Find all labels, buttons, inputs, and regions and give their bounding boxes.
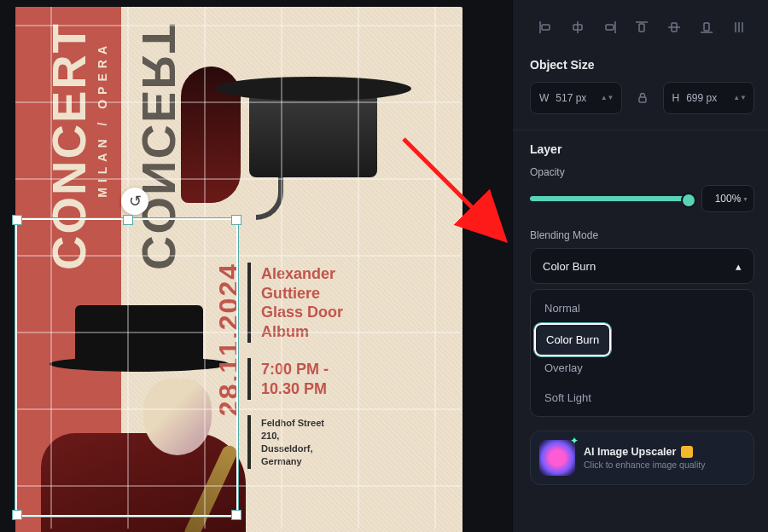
poster-addr-3: Dusseldorf, xyxy=(261,442,435,455)
align-center-v-icon[interactable] xyxy=(664,17,684,38)
svg-rect-15 xyxy=(542,25,550,30)
ai-upscaler-thumbnail xyxy=(539,440,575,476)
opacity-label: Opacity xyxy=(530,166,754,178)
width-stepper[interactable]: ▲▼ xyxy=(601,95,614,101)
opacity-slider-thumb[interactable] xyxy=(681,193,696,208)
lock-aspect-button[interactable] xyxy=(631,86,655,110)
height-input[interactable]: H 699 px ▲▼ xyxy=(663,82,755,114)
poster-addr-2: 210, xyxy=(261,430,435,442)
opacity-stepper[interactable]: ▲▼ xyxy=(736,196,748,202)
properties-panel: Object Size W 517 px ▲▼ H 699 px ▲▼ Laye… xyxy=(512,0,768,532)
align-center-h-icon[interactable] xyxy=(567,17,588,38)
blending-option-overlay[interactable]: Overlay xyxy=(534,353,750,383)
ai-upscaler-subtitle: Click to enhance image quality xyxy=(584,460,705,470)
premium-crown-icon xyxy=(681,446,693,458)
blending-option-normal[interactable]: Normal xyxy=(534,293,750,323)
resize-handle-n[interactable] xyxy=(123,215,133,225)
poster-artist-1: Alexander xyxy=(261,264,435,284)
poster-addr-1: Feldhof Street xyxy=(261,417,435,430)
poster-time-2: 10.30 PM xyxy=(261,379,435,399)
section-heading-layer: Layer xyxy=(530,142,754,156)
ai-upscaler-title: AI Image Upscaler xyxy=(584,446,676,458)
resize-handle-nw[interactable] xyxy=(12,215,22,225)
panel-divider xyxy=(513,130,768,130)
svg-rect-19 xyxy=(606,25,614,30)
poster-info-block: 28.11.2024 Alexander Guttiere Glass Door… xyxy=(247,263,435,484)
align-left-icon[interactable] xyxy=(535,17,556,38)
width-prefix: W xyxy=(539,92,549,104)
poster-album-2: Album xyxy=(261,322,435,342)
width-input[interactable]: W 517 px ▲▼ xyxy=(530,82,622,114)
blending-mode-label: Blending Mode xyxy=(530,229,754,241)
svg-rect-21 xyxy=(639,24,644,32)
selection-bounding-box[interactable] xyxy=(15,218,238,517)
blending-mode-select[interactable]: Color Burn ▴ xyxy=(530,248,754,284)
ai-upscaler-card[interactable]: AI Image Upscaler Click to enhance image… xyxy=(530,431,754,485)
canvas-stage[interactable]: CONCERT MILAN / OPERA CONCERT 28.11.2024… xyxy=(0,0,512,532)
blending-option-color-burn[interactable]: Color Burn xyxy=(534,323,611,356)
poster-overline: MILAN / OPERA xyxy=(96,41,109,198)
blending-mode-selected: Color Burn xyxy=(543,260,596,273)
svg-rect-25 xyxy=(704,23,709,31)
blending-option-soft-light[interactable]: Soft Light xyxy=(534,383,750,413)
resize-handle-se[interactable] xyxy=(231,510,241,520)
alignment-toolbar xyxy=(530,14,754,53)
align-bottom-icon[interactable] xyxy=(696,17,717,38)
poster-artist-2: Guttiere xyxy=(261,284,435,304)
opacity-value-input[interactable]: 100% ▲▼ xyxy=(701,185,754,212)
poster-time-1: 7:00 PM - xyxy=(261,360,435,379)
blending-mode-dropdown: Normal Color Burn Multiply Overlay Soft … xyxy=(530,289,754,417)
height-prefix: H xyxy=(672,92,680,104)
chevron-up-icon: ▴ xyxy=(736,260,742,273)
opacity-slider[interactable] xyxy=(530,196,693,201)
resize-handle-ne[interactable] xyxy=(231,215,241,225)
section-heading-object-size: Object Size xyxy=(530,58,754,72)
svg-rect-29 xyxy=(639,97,646,102)
resize-handle-sw[interactable] xyxy=(12,510,22,520)
height-value: 699 px xyxy=(686,92,717,104)
distribute-icon[interactable] xyxy=(729,17,749,38)
poster-album-1: Glass Door xyxy=(261,303,435,322)
rotate-handle[interactable]: ↺ xyxy=(121,188,148,215)
width-value: 517 px xyxy=(556,92,586,104)
align-right-icon[interactable] xyxy=(600,17,620,38)
align-top-icon[interactable] xyxy=(631,17,652,38)
lock-icon xyxy=(636,91,649,105)
poster-addr-4: Germany xyxy=(261,455,435,468)
poster-figure-top xyxy=(189,15,411,220)
height-stepper[interactable]: ▲▼ xyxy=(733,95,747,101)
